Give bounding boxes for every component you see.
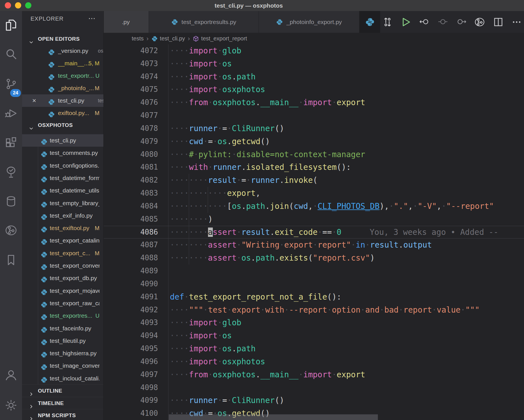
tree-item[interactable]: test_comments.py bbox=[22, 147, 103, 159]
zoom-window-button[interactable] bbox=[25, 2, 31, 8]
code-line[interactable]: 4084············[os.path.join(cwd,·CLI_P… bbox=[104, 200, 524, 213]
horizontal-scrollbar[interactable] bbox=[169, 414, 378, 420]
tree-item[interactable]: test_faceinfo.py bbox=[22, 322, 103, 335]
open-editors-header[interactable]: OPEN EDITORS bbox=[22, 33, 103, 45]
code-line[interactable]: 4076····from·osxphotos.__main__·import·e… bbox=[104, 96, 524, 109]
activity-database-icon[interactable] bbox=[5, 195, 17, 208]
run-python-file-button[interactable] bbox=[400, 17, 411, 27]
activity-bookmarks-icon[interactable] bbox=[5, 254, 17, 266]
code-line[interactable]: 4081····with·runner.isolated_filesystem(… bbox=[104, 161, 524, 174]
open-changes-button[interactable] bbox=[382, 17, 393, 27]
code-line[interactable]: 4077 bbox=[104, 109, 524, 122]
tree-item[interactable]: test_empty_library_... bbox=[22, 197, 103, 209]
activity-explorer-icon[interactable] bbox=[5, 19, 17, 31]
open-editor-item[interactable]: exiftool.py...M bbox=[22, 107, 103, 119]
open-editor-item[interactable]: _photoinfo_...M bbox=[22, 82, 103, 94]
python-icon bbox=[41, 237, 47, 244]
code-line[interactable]: 4097····from·osxphotos.__main__·import·e… bbox=[104, 368, 524, 381]
open-editor-item[interactable]: __main__....5, M bbox=[22, 57, 103, 70]
code-line[interactable]: 4072····import·glob bbox=[104, 44, 524, 57]
section-npm-scripts[interactable]: NPM SCRIPTS bbox=[22, 409, 103, 420]
breadcrumb-item[interactable]: tests bbox=[132, 35, 144, 42]
activity-extensions-icon[interactable] bbox=[5, 137, 17, 149]
code-line[interactable]: 4087········assert·"Writing·export·repor… bbox=[104, 239, 524, 252]
section-timeline[interactable]: TIMELINE bbox=[22, 397, 103, 409]
more-actions-button[interactable] bbox=[511, 17, 522, 27]
tab--photoinfo-export-py[interactable]: _photoinfo_export.py bbox=[259, 11, 360, 33]
python-icon bbox=[365, 17, 375, 27]
tab-test-exportresults-py[interactable]: test_exportresults.py bbox=[149, 11, 259, 33]
code-line[interactable]: 4088········assert·os.path.exists("repor… bbox=[104, 252, 524, 265]
tree-item[interactable]: test_fileutil.py bbox=[22, 335, 103, 347]
code-line[interactable]: 4085········) bbox=[104, 213, 524, 226]
tree-item[interactable]: test_export_mojave... bbox=[22, 285, 103, 297]
code-line[interactable]: 4092····"""·test·export·with·--report·op… bbox=[104, 304, 524, 317]
close-icon[interactable]: × bbox=[32, 94, 36, 107]
section-label: OPEN EDITORS bbox=[38, 33, 80, 45]
navigate-position-button[interactable] bbox=[438, 17, 448, 27]
open-editor-item[interactable]: _version.pyosxp... bbox=[22, 45, 103, 57]
split-editor-button[interactable] bbox=[493, 17, 504, 27]
activity-account-icon[interactable] bbox=[5, 369, 17, 381]
code-line[interactable]: 4090 bbox=[104, 278, 524, 291]
file-name: test_cli.py bbox=[58, 94, 84, 107]
close-window-button[interactable] bbox=[5, 2, 11, 8]
code-line[interactable]: 4083············export, bbox=[104, 187, 524, 200]
activity-bar: 24 bbox=[0, 11, 22, 420]
tree-item[interactable]: test_configoptions.... bbox=[22, 159, 103, 172]
breadcrumb-item[interactable]: test_export_report bbox=[193, 35, 247, 42]
tree-item[interactable]: test_export_conver... bbox=[22, 259, 103, 272]
code-line[interactable]: 4080····#·pylint:·disable=not-context-ma… bbox=[104, 148, 524, 161]
activity-run-debug-icon[interactable] bbox=[5, 107, 17, 120]
tree-item[interactable]: test_export_c...M bbox=[22, 247, 103, 259]
code-line[interactable]: 4089 bbox=[104, 265, 524, 278]
activity-git-graph-icon[interactable] bbox=[5, 224, 17, 237]
navigate-back-button[interactable] bbox=[419, 17, 430, 27]
code-line[interactable]: 4098 bbox=[104, 381, 524, 394]
code-line[interactable]: 4093····import·glob bbox=[104, 316, 524, 329]
activity-settings-gear-icon[interactable] bbox=[5, 399, 17, 412]
code-line[interactable]: 4075····import·osxphotos bbox=[104, 83, 524, 96]
sidebar-more-actions[interactable]: ⋯ bbox=[88, 13, 96, 25]
breadcrumb-separator: › bbox=[188, 35, 190, 42]
tree-item[interactable]: test_incloud_catali... bbox=[22, 372, 103, 385]
tree-item[interactable]: test_export_raw_ca... bbox=[22, 297, 103, 309]
section-outline[interactable]: OUTLINE bbox=[22, 384, 103, 397]
open-editor-item[interactable]: test_exportr...U bbox=[22, 70, 103, 82]
code-line[interactable]: 4094····import·os bbox=[104, 329, 524, 342]
code-line[interactable]: 4073····import·os bbox=[104, 57, 524, 70]
navigate-forward-button[interactable] bbox=[456, 17, 467, 27]
code-line[interactable]: 4099····runner·=·CliRunner() bbox=[104, 394, 524, 407]
tree-item[interactable]: test_datetime_form... bbox=[22, 172, 103, 184]
tree-item[interactable]: test_export_db.py bbox=[22, 272, 103, 284]
git-graph-view-button[interactable] bbox=[474, 17, 485, 27]
code-line[interactable]: 4082········result·=·runner.invoke( bbox=[104, 174, 524, 187]
code-line[interactable]: 4095····import·os.path bbox=[104, 342, 524, 355]
tree-item[interactable]: test_exportres...U bbox=[22, 309, 103, 322]
line-number: 4078 bbox=[104, 122, 168, 135]
tab--py[interactable]: .py bbox=[104, 11, 149, 33]
project-section-header[interactable]: OSXPHOTOS bbox=[22, 119, 103, 131]
code-line[interactable]: 4079····cwd·=·os.getcwd() bbox=[104, 135, 524, 148]
code-line[interactable]: 4096····import·osxphotos bbox=[104, 355, 524, 368]
tree-item[interactable]: test_exiftool.pyM bbox=[22, 222, 103, 234]
activity-source-control-icon[interactable] bbox=[5, 78, 17, 90]
code-line[interactable]: 4086········assert·result.exit_code·==·0… bbox=[104, 226, 524, 239]
line-number: 4080 bbox=[104, 148, 168, 161]
tree-item[interactable]: test_highsierra.py bbox=[22, 347, 103, 360]
code-line[interactable]: 4078····runner·=·CliRunner() bbox=[104, 122, 524, 135]
code-editor[interactable]: 4072····import·glob4073····import·os4074… bbox=[104, 44, 524, 420]
tree-item[interactable]: test_export_catalin... bbox=[22, 234, 103, 247]
breadcrumb-item[interactable]: test_cli.py bbox=[151, 35, 185, 42]
tree-item[interactable]: test_cli.py bbox=[22, 134, 103, 147]
minimize-window-button[interactable] bbox=[15, 2, 21, 8]
tree-item[interactable]: test_image_convert... bbox=[22, 360, 103, 372]
python-language-indicator[interactable] bbox=[360, 11, 380, 33]
activity-test-explorer-icon[interactable] bbox=[5, 166, 17, 178]
activity-search-icon[interactable] bbox=[5, 48, 17, 60]
tree-item[interactable]: test_exif_info.py bbox=[22, 209, 103, 222]
code-line[interactable]: 4074····import·os.path bbox=[104, 70, 524, 83]
open-editor-item[interactable]: ×test_cli.pytests bbox=[22, 94, 103, 107]
code-line[interactable]: 4091def·test_export_report_not_a_file(): bbox=[104, 291, 524, 304]
tree-item[interactable]: test_datetime_utils.... bbox=[22, 184, 103, 197]
